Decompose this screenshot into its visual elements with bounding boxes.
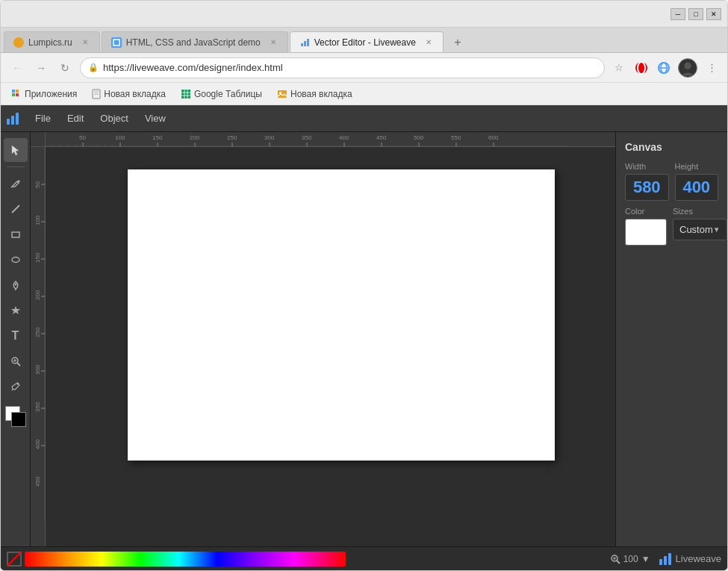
bookmark-sheets[interactable]: Google Таблицы	[176, 87, 267, 101]
canvas-container: 50 100 150 200 250 300 350 400 450 500 5	[31, 132, 615, 546]
no-color-indicator[interactable]	[7, 552, 22, 567]
menu-object[interactable]: Object	[93, 110, 136, 127]
globe-icon[interactable]	[656, 60, 672, 76]
tool-rectangle[interactable]	[4, 222, 28, 246]
tool-star[interactable]	[4, 299, 28, 322]
branding: Liveweave	[659, 553, 721, 565]
user-avatar[interactable]	[678, 58, 697, 78]
ruler-left: 50 100 150 200 250 300 350 400 450	[31, 147, 46, 546]
sizes-label: Sizes	[673, 207, 727, 216]
back-button[interactable]: ←	[8, 59, 26, 77]
address-bar: ← → ↻ 🔒 https://liveweave.com/designer/i…	[1, 53, 727, 83]
bookmark-newtab1[interactable]: Новая вкладка	[87, 87, 170, 101]
minimize-button[interactable]: ─	[671, 8, 685, 20]
foreground-color	[11, 412, 26, 427]
svg-text:350: 350	[34, 402, 41, 412]
svg-text:200: 200	[190, 134, 200, 141]
tab-label-vector: Vector Editor - Liveweave	[314, 37, 416, 48]
app-logo	[7, 113, 19, 125]
svg-text:200: 200	[34, 290, 41, 300]
right-panel: Canvas Width 580 Height 400 Co	[615, 132, 727, 546]
svg-point-26	[12, 258, 19, 263]
svg-text:150: 150	[34, 252, 41, 263]
menu-view[interactable]: View	[137, 110, 173, 127]
tabs-bar: Lumpics.ru ✕ HTML, CSS and JavaScript de…	[1, 28, 727, 53]
tool-ellipse[interactable]	[4, 248, 28, 272]
tab-label-lumpics: Lumpics.ru	[28, 37, 72, 48]
close-button[interactable]: ✕	[706, 8, 721, 20]
sheets-icon	[181, 89, 191, 99]
page-icon	[92, 89, 101, 99]
svg-text:350: 350	[302, 134, 312, 141]
tool-select[interactable]	[4, 138, 28, 162]
svg-text:250: 250	[227, 134, 237, 141]
bookmark-apps[interactable]: Приложения	[7, 87, 81, 101]
svg-line-88	[7, 552, 21, 566]
menu-edit[interactable]: Edit	[60, 110, 91, 127]
tool-pen[interactable]	[4, 273, 28, 297]
svg-text:400: 400	[34, 439, 41, 449]
svg-text:100: 100	[115, 134, 125, 141]
sizes-arrow-icon: ▼	[713, 225, 721, 234]
svg-rect-10	[12, 90, 15, 93]
ruler-corner	[31, 132, 46, 147]
zoom-dropdown-icon: ▼	[641, 554, 650, 564]
opera-icon[interactable]	[633, 60, 650, 76]
logo-icon	[7, 113, 19, 125]
svg-text:500: 500	[414, 134, 424, 141]
svg-rect-25	[12, 232, 19, 237]
svg-line-24	[12, 205, 19, 213]
tool-zoom[interactable]	[4, 349, 28, 373]
height-value[interactable]: 400	[675, 174, 719, 201]
tab-close-demo[interactable]: ✕	[268, 37, 279, 48]
app-menubar: File Edit Object View	[1, 105, 727, 132]
image-icon	[277, 89, 287, 99]
maximize-button[interactable]: □	[688, 8, 703, 20]
svg-text:550: 550	[451, 134, 461, 141]
color-swatch[interactable]	[625, 219, 667, 246]
tool-pencil[interactable]	[4, 172, 28, 196]
browser-window: ─ □ ✕ Lumpics.ru ✕ HTML, CSS and JavaScr…	[0, 0, 728, 571]
tab-lumpics[interactable]: Lumpics.ru ✕	[4, 31, 100, 52]
sizes-dropdown[interactable]: Custom ▼	[673, 219, 727, 240]
bookmark-newtab2-label: Новая вкладка	[290, 89, 352, 99]
svg-text:450: 450	[34, 476, 41, 487]
reload-button[interactable]: ↻	[56, 59, 74, 77]
left-toolbar: T	[1, 132, 31, 546]
tab-close-vector[interactable]: ✕	[423, 37, 434, 48]
color-palette[interactable]	[25, 552, 346, 567]
canvas-white	[128, 169, 555, 461]
svg-rect-17	[181, 90, 190, 99]
zoom-control[interactable]: 100 ▼	[610, 554, 650, 564]
tab-close-lumpics[interactable]: ✕	[80, 37, 90, 48]
menu-file[interactable]: File	[28, 110, 58, 127]
new-tab-button[interactable]: +	[448, 33, 467, 52]
menu-icon[interactable]: ⋮	[703, 60, 720, 76]
width-value[interactable]: 580	[625, 174, 669, 201]
lock-icon: 🔒	[88, 63, 99, 72]
svg-rect-13	[16, 93, 19, 96]
tab-vector[interactable]: Vector Editor - Liveweave ✕	[290, 31, 444, 52]
svg-rect-22	[278, 90, 287, 98]
tab-demo[interactable]: HTML, CSS and JavaScript demo ✕	[102, 31, 288, 52]
height-field: Height 400	[675, 162, 719, 201]
tool-line[interactable]	[4, 197, 28, 221]
tab-label-demo: HTML, CSS and JavaScript demo	[126, 37, 261, 48]
svg-text:300: 300	[34, 364, 41, 375]
color-preview[interactable]	[5, 406, 26, 427]
svg-rect-89	[25, 552, 346, 567]
separator-1	[7, 166, 25, 167]
forward-button[interactable]: →	[32, 59, 50, 77]
svg-point-27	[14, 284, 16, 286]
width-label: Width	[625, 162, 669, 171]
tool-text[interactable]: T	[4, 324, 28, 348]
canvas-area[interactable]	[46, 147, 615, 546]
sizes-field: Sizes Custom ▼	[673, 207, 727, 246]
bookmark-star-icon[interactable]: ☆	[611, 60, 627, 76]
url-bar[interactable]: 🔒 https://liveweave.com/designer/index.h…	[80, 57, 605, 78]
tool-eyedropper[interactable]	[4, 375, 28, 399]
color-sizes-row: Color Sizes Custom ▼	[625, 207, 718, 246]
zoom-icon	[610, 554, 620, 564]
bookmark-newtab2[interactable]: Новая вкладка	[273, 87, 357, 101]
tab-favicon-lumpics	[13, 37, 24, 48]
